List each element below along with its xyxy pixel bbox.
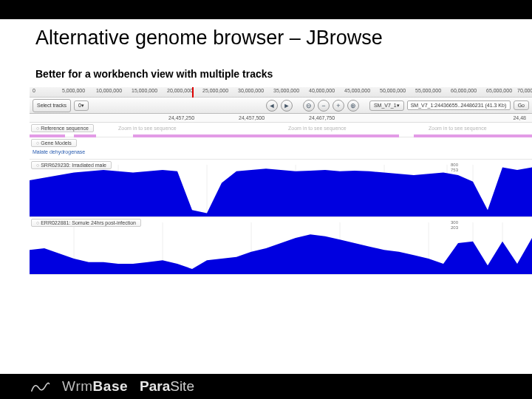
zoom-hint: Zoom in to see sequence: [118, 126, 177, 131]
tick: 0: [33, 88, 35, 93]
tick: 30,000,000: [238, 88, 264, 93]
coord: 24,48: [513, 115, 526, 120]
pan-right-icon[interactable]: ►: [281, 100, 293, 112]
tick: 50,000,000: [380, 88, 406, 93]
tick: 65,000,000: [486, 88, 512, 93]
zoom-out-icon[interactable]: −: [318, 100, 330, 112]
gene-link[interactable]: Malate dehydrogenase: [33, 149, 85, 154]
track-coverage-srr629230: SRR629230: Irradiated male 800 753: [30, 160, 532, 217]
zoom-hint: Zoom in to see sequence: [429, 126, 487, 131]
tick: 55,000,000: [415, 88, 441, 93]
track-label[interactable]: SRR629230: Irradiated male: [31, 161, 112, 169]
track-coverage-err022881: ERR022881: Somule 24hrs post-infection 3…: [30, 217, 532, 275]
tick: 70,000,000: [517, 88, 532, 93]
zoom-out-big-icon[interactable]: ⊖: [303, 100, 315, 112]
zoom-in-icon[interactable]: +: [332, 100, 344, 112]
zoom-in-big-icon[interactable]: ⊕: [347, 100, 359, 112]
tick: 10,000,000: [96, 88, 122, 93]
tick: 45,000,000: [344, 88, 370, 93]
location-input[interactable]: SM_V7_1:24436655..24486231 (41.3 Kb): [407, 100, 511, 110]
footer-bar: W rm Base ParaSite: [0, 374, 532, 399]
coord: 24,457,500: [239, 115, 265, 120]
tick: 35,000,000: [273, 88, 299, 93]
track-count-dropdown[interactable]: 0 ▾: [74, 100, 89, 111]
page-subtitle: Better for a workbench view with multipl…: [0, 50, 532, 87]
track-gene-models: Gene Models Malate dehydrogenase: [30, 137, 532, 160]
zoom-hint: Zoom in to see sequence: [288, 126, 347, 131]
go-button[interactable]: Go: [514, 100, 529, 110]
page-title: Alternative genome browser – JBrowse: [0, 19, 532, 50]
tick: 60,000,000: [451, 88, 477, 93]
track-reference-sequence: Reference sequence Zoom in to see sequen…: [30, 123, 532, 137]
tick: 40,000,000: [309, 88, 335, 93]
toolbar: Select tracks 0 ▾ ◄ ► ⊖ − + ⊕ SM_V7_1 ▾ …: [30, 98, 532, 114]
tick: 20,000,000: [167, 88, 193, 93]
select-tracks-button[interactable]: Select tracks: [33, 99, 71, 112]
coverage-plot[interactable]: [30, 222, 532, 274]
parasite-logo: ParaSite: [140, 378, 194, 395]
overview-marker[interactable]: [192, 87, 194, 98]
pan-left-icon[interactable]: ◄: [266, 100, 278, 112]
wormbase-logo: W rm Base: [62, 378, 128, 395]
track-label[interactable]: Reference sequence: [31, 124, 94, 132]
local-coords: 24,457,250 24,457,500 24,467,750 24,48: [30, 114, 532, 123]
track-label[interactable]: ERR022881: Somule 24hrs post-infection: [31, 219, 141, 227]
tick: 5,000,000: [62, 88, 85, 93]
worm-icon: [30, 378, 50, 395]
coord: 24,457,250: [168, 115, 194, 120]
coverage-plot[interactable]: [30, 165, 532, 216]
coord: 24,467,750: [309, 115, 335, 120]
chrom-select[interactable]: SM_V7_1 ▾: [369, 100, 404, 111]
jbrowse-panel: 0 5,000,000 10,000,000 15,000,000 20,000…: [30, 87, 532, 331]
tick: 15,000,000: [132, 88, 157, 93]
overview-ruler[interactable]: 0 5,000,000 10,000,000 15,000,000 20,000…: [30, 87, 532, 98]
track-label[interactable]: Gene Models: [31, 139, 77, 147]
tick: 25,000,000: [202, 88, 228, 93]
